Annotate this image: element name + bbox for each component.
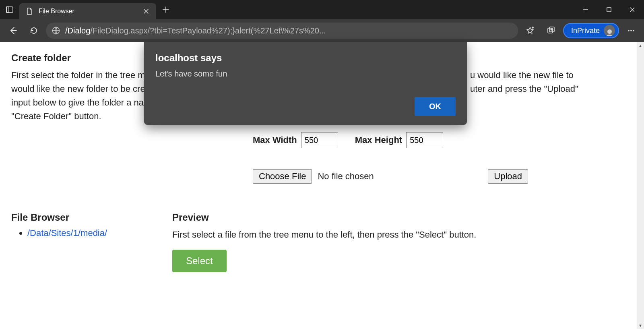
favorites-button[interactable]: [521, 23, 539, 39]
svg-rect-1: [6, 7, 9, 12]
svg-point-6: [628, 30, 630, 31]
alert-ok-button[interactable]: OK: [415, 97, 456, 116]
maximize-icon: [606, 7, 612, 12]
window-maximize-button[interactable]: [597, 0, 621, 19]
window-titlebar: File Browser: [0, 0, 644, 19]
file-tree: /Data/Sites/1/media/: [11, 228, 156, 238]
close-icon: [630, 7, 635, 12]
close-icon: [143, 8, 149, 14]
ellipsis-icon: [627, 26, 636, 35]
plus-icon: [163, 6, 169, 13]
url-path-prefix: /Dialog: [65, 26, 90, 35]
scrollbar-track[interactable]: [637, 49, 644, 322]
max-height-input[interactable]: [406, 132, 443, 148]
vertical-scrollbar[interactable]: ▲ ▼: [637, 42, 644, 329]
upload-hint-fragment-2: uter and press the "Upload": [470, 84, 578, 94]
refresh-icon: [29, 26, 38, 35]
tab-title: File Browser: [39, 8, 138, 15]
svg-point-8: [633, 30, 634, 31]
arrow-left-icon: [8, 26, 17, 35]
star-icon: [526, 26, 535, 35]
back-button[interactable]: [4, 23, 22, 39]
minimize-icon: [583, 7, 588, 12]
window-close-button[interactable]: [621, 0, 644, 19]
url-path-rest: /FileDialog.aspx/?tbi=TestPayload%27);}a…: [90, 26, 326, 35]
max-width-label: Max Width: [253, 135, 297, 145]
file-tree-item: /Data/Sites/1/media/: [27, 228, 156, 238]
tabs-icon: [6, 6, 14, 14]
browser-tab[interactable]: File Browser: [19, 3, 156, 19]
tab-actions-button[interactable]: [0, 0, 19, 19]
browser-toolbar: /Dialog/FileDialog.aspx/?tbi=TestPayload…: [0, 19, 644, 42]
choose-file-button[interactable]: Choose File: [253, 169, 312, 184]
file-tree-link[interactable]: /Data/Sites/1/media/: [27, 228, 107, 238]
alert-title: localhost says: [155, 52, 456, 64]
scroll-up-button[interactable]: ▲: [637, 42, 644, 49]
window-minimize-button[interactable]: [574, 0, 597, 19]
address-bar[interactable]: /Dialog/FileDialog.aspx/?tbi=TestPayload…: [46, 23, 518, 39]
inprivate-label: InPrivate: [571, 27, 600, 35]
globe-icon: [52, 26, 60, 35]
svg-rect-0: [6, 7, 13, 12]
alert-message: Let's have some fun: [155, 69, 456, 79]
page-viewport: Create folder First select the folder in…: [0, 42, 644, 329]
file-browser-heading: File Browser: [11, 212, 156, 223]
more-button[interactable]: [622, 23, 640, 39]
collections-button[interactable]: [542, 23, 560, 39]
javascript-alert-dialog: localhost says Let's have some fun OK: [144, 42, 467, 125]
refresh-button[interactable]: [25, 23, 43, 39]
inprivate-indicator[interactable]: InPrivate: [563, 23, 619, 38]
max-width-input[interactable]: [301, 132, 338, 148]
profile-avatar-icon: [604, 25, 615, 36]
page-icon: [26, 8, 33, 15]
select-button[interactable]: Select: [172, 250, 227, 272]
max-height-label: Max Height: [355, 135, 402, 145]
upload-hint-fragment-1: u would like the new file to: [470, 70, 574, 80]
upload-button[interactable]: Upload: [488, 169, 528, 184]
chosen-file-status: No file chosen: [318, 171, 374, 182]
preview-heading: Preview: [172, 212, 633, 223]
svg-point-7: [630, 30, 632, 31]
new-tab-button[interactable]: [156, 0, 175, 19]
tab-strip: File Browser: [0, 0, 175, 19]
collections-icon: [547, 26, 555, 35]
preview-instructions: First select a file from the tree menu t…: [172, 228, 633, 242]
scroll-down-button[interactable]: ▼: [637, 322, 644, 329]
svg-rect-2: [607, 8, 611, 12]
tab-close-button[interactable]: [143, 8, 149, 14]
